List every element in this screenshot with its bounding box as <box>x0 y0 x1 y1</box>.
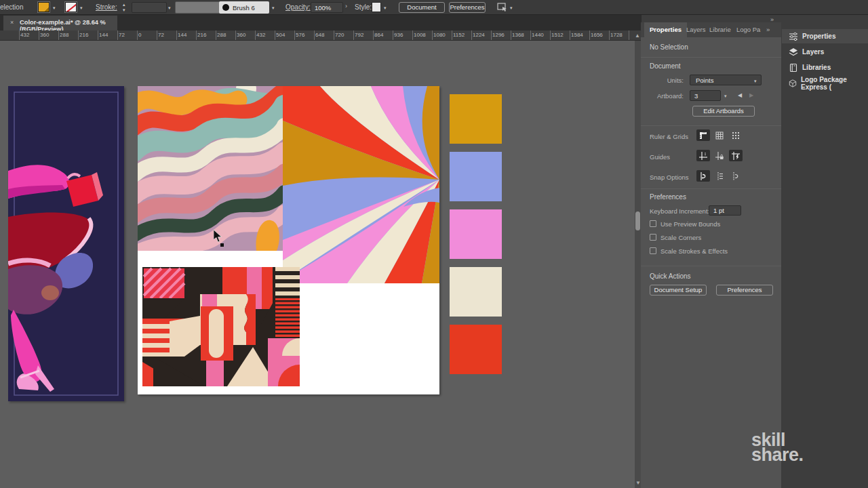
hruler-tick-label: 1224 <box>473 32 485 38</box>
checkbox-label: Scale Strokes & Effects <box>660 247 728 255</box>
stroke-stepper-down-icon[interactable]: ▾ <box>123 7 125 12</box>
units-value: Points <box>696 77 713 84</box>
quick-preferences-button[interactable]: Preferences <box>716 285 773 296</box>
snap-to-point-button[interactable] <box>696 170 710 182</box>
artboard-main[interactable] <box>138 86 439 394</box>
fill-dropdown-chevron-icon[interactable]: ▾ <box>53 5 56 10</box>
artboard-prev-icon[interactable]: ◀ <box>738 92 742 98</box>
snap-to-grid-button[interactable] <box>713 170 726 182</box>
hruler-tick-label: 144 <box>99 32 108 38</box>
opacity-more-chevron-icon[interactable]: › <box>345 3 347 9</box>
arrange-documents-chevron-icon[interactable]: ▾ <box>510 5 513 10</box>
artboard-label: Artboard: <box>641 92 684 100</box>
hruler-tick-label: 0 <box>138 32 141 38</box>
arrange-documents-icon[interactable] <box>497 3 507 12</box>
smart-guides-button[interactable] <box>729 150 743 161</box>
fill-color-swatch[interactable] <box>38 2 50 12</box>
panel-divider <box>641 57 781 58</box>
tab-logo-package[interactable]: Logo Pa <box>736 22 760 37</box>
edit-artboards-button[interactable]: Edit Artboards <box>692 106 755 117</box>
opacity-value-field[interactable]: 100% <box>311 2 343 13</box>
show-guides-button[interactable] <box>696 150 710 161</box>
hruler-tick-label: 288 <box>60 32 68 38</box>
keyboard-increment-field[interactable]: 1 pt <box>709 205 741 216</box>
hruler-tick-label: 1584 <box>571 32 583 38</box>
brush-name: Brush 6 <box>233 4 255 12</box>
dock-item-logo-package-express[interactable]: Logo Package Express ( <box>782 76 868 90</box>
stroke-stepper-up-icon[interactable]: ▴ <box>123 2 125 7</box>
stroke-weight-label[interactable]: Stroke: <box>96 3 117 11</box>
guides-label: Guides <box>650 153 670 161</box>
hruler-tick-label: 1296 <box>492 32 505 38</box>
document-tab-bar: × Color-example.ai* @ 28.64 % (RGB/Previ… <box>0 15 641 30</box>
pixel-grid-icon <box>732 131 740 140</box>
keyboard-increment-label: Keyboard Increment: <box>650 207 709 215</box>
hruler-tick-label: 216 <box>197 32 206 38</box>
dock-item-layers[interactable]: Layers <box>782 45 868 59</box>
width-profile-dropdown[interactable] <box>175 1 226 14</box>
snap-to-pixel-grid-button[interactable] <box>729 129 743 141</box>
style-chevron-icon[interactable]: ▾ <box>384 5 387 10</box>
hruler-tick-label: 864 <box>374 32 383 38</box>
snap-to-glyph-button[interactable] <box>729 170 743 182</box>
color-swatch[interactable] <box>450 209 502 259</box>
color-swatch[interactable] <box>450 267 502 317</box>
tab-layers[interactable]: Layers <box>686 22 706 37</box>
artboard-chevron-icon[interactable]: ▾ <box>724 94 727 98</box>
checkbox[interactable] <box>650 234 656 241</box>
figure-artwork <box>8 86 124 401</box>
hruler-tick-label: 144 <box>178 32 186 38</box>
stroke-color-swatch[interactable] <box>65 2 77 12</box>
hruler-tick-label: 72 <box>158 32 164 38</box>
stroke-dropdown-chevron-icon[interactable]: ▾ <box>80 5 83 10</box>
units-dropdown[interactable]: Points ▾ <box>690 75 762 85</box>
hruler-tick-label: 216 <box>79 32 88 38</box>
color-swatch[interactable] <box>450 325 502 374</box>
color-swatch[interactable] <box>450 94 502 144</box>
opacity-label[interactable]: Opacity: <box>285 3 311 11</box>
brush-definition-dropdown[interactable]: Brush 6 <box>219 1 269 14</box>
panel-divider <box>641 125 781 126</box>
artboard-dropdown[interactable]: 3 <box>690 90 721 101</box>
vertical-scrollbar-thumb[interactable] <box>635 211 640 230</box>
checkbox[interactable] <box>650 247 656 254</box>
guides-icon <box>699 152 707 160</box>
style-label: Style: <box>355 3 372 11</box>
quick-document-setup-button[interactable]: Document Setup <box>650 285 707 296</box>
style-swatch[interactable] <box>372 2 381 12</box>
skillshare-watermark: skill share. <box>751 432 804 462</box>
ruler-grids-label: Ruler & Grids <box>650 133 688 140</box>
checkbox[interactable] <box>650 220 656 227</box>
document-setup-button[interactable]: Document Setup <box>399 2 445 13</box>
color-swatch[interactable] <box>450 152 502 201</box>
horizontal-ruler[interactable]: 4323602882161447207214421628836043250457… <box>0 30 641 41</box>
geometric-pattern-artwork <box>142 267 300 386</box>
brush-chevron-icon[interactable]: ▾ <box>272 5 275 10</box>
dock-item-properties[interactable]: Properties <box>782 29 868 43</box>
preferences-button[interactable]: Preferences <box>449 2 486 13</box>
dock-item-libraries[interactable]: Libraries <box>782 60 868 75</box>
no-selection-label: No Selection <box>650 43 688 51</box>
hruler-tick-label: 360 <box>237 32 245 38</box>
preferences-section-title: Preferences <box>650 193 686 201</box>
show-rulers-button[interactable] <box>696 129 710 141</box>
tab-libraries[interactable]: Librarie <box>709 22 731 37</box>
dock-label-properties: Properties <box>802 33 835 40</box>
properties-panel <box>641 37 781 488</box>
panel-tab-overflow-icon[interactable]: » <box>766 22 770 37</box>
units-chevron-icon: ▾ <box>754 79 757 83</box>
document-tab[interactable]: × Color-example.ai* @ 28.64 % (RGB/Previ… <box>3 16 117 30</box>
artboard-left-figure[interactable] <box>8 86 124 401</box>
stroke-weight-chevron-icon[interactable]: ▾ <box>168 5 171 10</box>
artboard-next-icon[interactable]: ▶ <box>749 92 753 98</box>
lock-guides-button[interactable] <box>713 150 726 161</box>
tab-close-icon[interactable]: × <box>10 19 14 26</box>
canvas-pasteboard[interactable]: ▼ <box>0 41 641 488</box>
panel-dock: Properties Layers Libraries Logo Package… <box>782 15 868 488</box>
scroll-down-arrow-icon[interactable]: ▼ <box>635 480 641 486</box>
scroll-up-arrow-icon[interactable]: ▲ <box>635 33 640 39</box>
show-grid-button[interactable] <box>713 129 726 141</box>
tab-properties[interactable]: Properties <box>644 22 687 37</box>
vertical-scrollbar[interactable] <box>635 41 641 488</box>
stroke-weight-dropdown[interactable] <box>132 2 167 13</box>
